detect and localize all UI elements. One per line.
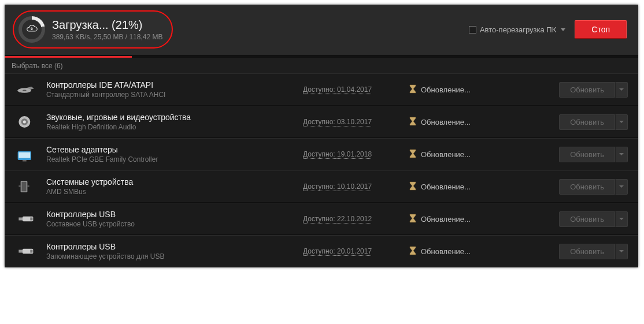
svg-rect-15 <box>18 250 23 253</box>
device-desc: Realtek High Definition Audio <box>46 123 295 131</box>
update-dropdown-button[interactable] <box>615 211 628 227</box>
row-status: Обновление... <box>409 181 496 192</box>
device-labels: Сетевые адаптерыRealtek PCIe GBE Family … <box>46 145 295 163</box>
svg-point-4 <box>23 121 26 124</box>
auto-restart-label: Авто-перезагрузка ПК <box>480 25 556 34</box>
update-button[interactable]: Обновить <box>559 211 615 227</box>
device-labels: Системные устройстваAMD SMBus <box>46 177 295 196</box>
row-status: Обновление... <box>409 149 496 160</box>
hourglass-icon <box>409 246 416 257</box>
svg-rect-12 <box>18 218 23 221</box>
device-category-icon <box>13 241 38 261</box>
device-desc: Realtek PCIe GBE Family Controller <box>46 155 295 163</box>
update-button[interactable]: Обновить <box>559 82 615 98</box>
table-row: Контроллеры USBЗапоминающее устройство д… <box>5 235 638 267</box>
svg-rect-9 <box>21 182 26 192</box>
status-text: Обновление... <box>421 183 471 191</box>
download-subtitle: 389,63 KB/s, 25,50 MB / 118,42 MB <box>52 33 162 41</box>
row-actions: Обновить <box>559 82 628 98</box>
download-title: Загрузка... (21%) <box>52 18 162 32</box>
row-actions: Обновить <box>559 211 628 227</box>
svg-rect-14 <box>30 218 32 221</box>
device-title: Контроллеры IDE ATA/ATAPI <box>46 80 295 90</box>
status-text: Обновление... <box>421 150 471 159</box>
row-status: Обновление... <box>409 246 496 257</box>
device-labels: Звуковые, игровые и видеоустройстваRealt… <box>46 113 295 131</box>
device-title: Контроллеры USB <box>46 210 295 219</box>
table-row: Сетевые адаптерыRealtek PCIe GBE Family … <box>5 138 638 170</box>
hourglass-icon <box>409 214 416 225</box>
device-desc: AMD SMBus <box>46 188 295 196</box>
chevron-down-icon <box>619 218 624 220</box>
available-date-link[interactable]: Доступно: 20.01.2017 <box>303 247 401 255</box>
row-actions: Обновить <box>559 179 628 195</box>
download-text: Загрузка... (21%) 389,63 KB/s, 25,50 MB … <box>52 18 162 41</box>
chevron-down-icon <box>619 250 624 252</box>
cloud-download-icon <box>26 23 38 36</box>
update-dropdown-button[interactable] <box>615 179 628 195</box>
device-category-icon <box>13 209 38 229</box>
update-button[interactable]: Обновить <box>559 179 615 195</box>
hourglass-icon <box>409 149 416 160</box>
svg-rect-6 <box>18 152 30 158</box>
row-status: Обновление... <box>409 214 496 225</box>
row-actions: Обновить <box>559 114 628 130</box>
svg-rect-11 <box>27 185 29 187</box>
hourglass-icon <box>409 117 416 128</box>
chevron-down-icon <box>619 88 624 91</box>
device-title: Системные устройства <box>46 177 295 187</box>
header: Загрузка... (21%) 389,63 KB/s, 25,50 MB … <box>5 5 638 56</box>
stop-button[interactable]: Стоп <box>575 20 627 39</box>
device-labels: Контроллеры USBСоставное USB устройство <box>46 210 295 228</box>
svg-point-1 <box>23 90 27 91</box>
svg-rect-10 <box>18 185 20 187</box>
available-date-link[interactable]: Доступно: 03.10.2017 <box>303 118 401 126</box>
row-actions: Обновить <box>559 244 628 259</box>
device-desc: Стандартный контроллер SATA AHCI <box>46 91 295 99</box>
device-desc: Запоминающее устройство для USB <box>46 252 295 260</box>
update-button[interactable]: Обновить <box>559 114 615 130</box>
update-dropdown-button[interactable] <box>615 82 628 98</box>
device-title: Звуковые, игровые и видеоустройства <box>46 113 295 122</box>
auto-restart-toggle[interactable]: Авто-перезагрузка ПК <box>469 25 565 34</box>
device-labels: Контроллеры USBЗапоминающее устройство д… <box>46 242 295 260</box>
update-dropdown-button[interactable] <box>615 147 628 162</box>
status-text: Обновление... <box>421 118 471 126</box>
row-status: Обновление... <box>409 84 496 95</box>
row-actions: Обновить <box>559 147 628 162</box>
app-window: Загрузка... (21%) 389,63 KB/s, 25,50 MB … <box>5 5 638 267</box>
available-date-link[interactable]: Доступно: 10.10.2017 <box>303 183 401 191</box>
hourglass-icon <box>409 181 416 192</box>
svg-rect-17 <box>30 250 32 253</box>
available-date-link[interactable]: Доступно: 19.01.2018 <box>303 150 401 158</box>
chevron-down-icon <box>619 153 624 155</box>
update-button[interactable]: Обновить <box>559 147 615 162</box>
device-category-icon <box>13 112 38 132</box>
chevron-down-icon <box>561 28 565 31</box>
row-status: Обновление... <box>409 117 496 128</box>
available-date-link[interactable]: Доступно: 01.04.2017 <box>303 85 401 94</box>
update-dropdown-button[interactable] <box>615 114 628 130</box>
select-all-link[interactable]: Выбрать все (6) <box>5 58 638 73</box>
table-row: Звуковые, игровые и видеоустройстваRealt… <box>5 106 638 138</box>
status-text: Обновление... <box>421 247 471 256</box>
device-category-icon <box>13 177 38 196</box>
status-text: Обновление... <box>421 215 471 224</box>
checkbox-icon <box>469 26 476 33</box>
device-category-icon <box>13 144 38 164</box>
download-progress-callout: Загрузка... (21%) 389,63 KB/s, 25,50 MB … <box>13 10 173 49</box>
hourglass-icon <box>409 84 416 95</box>
svg-rect-7 <box>23 160 27 162</box>
progress-ring <box>18 16 45 43</box>
update-button[interactable]: Обновить <box>559 244 615 259</box>
table-row: Контроллеры IDE ATA/ATAPIСтандартный кон… <box>5 73 638 106</box>
available-date-link[interactable]: Доступно: 22.10.2012 <box>303 215 401 223</box>
table-row: Системные устройстваAMD SMBusДоступно: 1… <box>5 170 638 203</box>
status-text: Обновление... <box>421 85 471 94</box>
update-dropdown-button[interactable] <box>615 244 628 259</box>
device-title: Сетевые адаптеры <box>46 145 295 154</box>
device-category-icon <box>13 80 38 99</box>
device-title: Контроллеры USB <box>46 242 295 251</box>
chevron-down-icon <box>619 121 624 123</box>
driver-list: Контроллеры IDE ATA/ATAPIСтандартный кон… <box>5 73 638 267</box>
